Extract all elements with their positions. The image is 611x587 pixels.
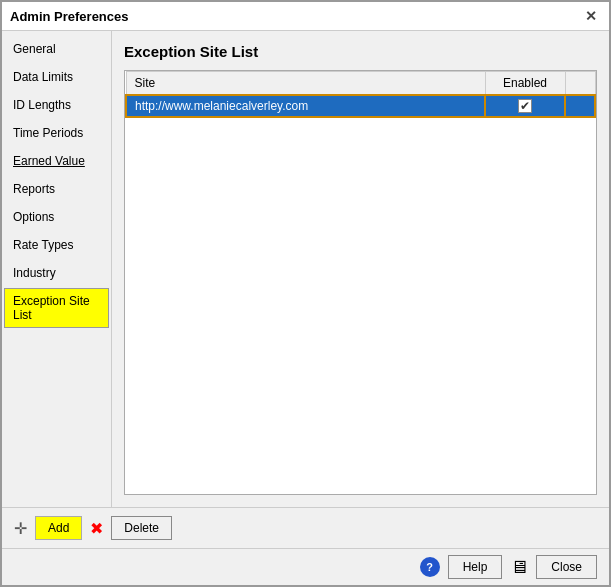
sidebar-item-exception-site-list[interactable]: Exception Site List [4, 288, 109, 328]
panel-title: Exception Site List [124, 43, 597, 60]
window-title: Admin Preferences [10, 9, 129, 24]
add-button[interactable]: Add [35, 516, 82, 540]
column-header-enabled: Enabled [485, 72, 565, 96]
table-cell-site: http://www.melaniecalverley.com [126, 95, 485, 117]
main-panel: Exception Site List Site Enabled http://… [112, 31, 609, 507]
admin-preferences-window: Admin Preferences ✕ GeneralData LimitsID… [0, 0, 611, 587]
sidebar-item-rate-types[interactable]: Rate Types [4, 232, 109, 258]
sidebar-item-time-periods[interactable]: Time Periods [4, 120, 109, 146]
help-icon: ? [420, 557, 440, 577]
close-label: Close [551, 560, 582, 574]
exception-site-table: Site Enabled http://www.melaniecalverley… [125, 71, 596, 118]
title-bar: Admin Preferences ✕ [2, 2, 609, 31]
delete-button[interactable]: Delete [111, 516, 172, 540]
delete-label: Delete [124, 521, 159, 535]
footer-bar: ? Help 🖥 Close [2, 548, 609, 585]
sidebar-item-earned-value[interactable]: Earned Value [4, 148, 109, 174]
enabled-checkbox[interactable]: ✔ [518, 99, 532, 113]
monitor-icon: 🖥 [510, 557, 528, 578]
sidebar-item-data-limits[interactable]: Data Limits [4, 64, 109, 90]
help-label: Help [463, 560, 488, 574]
add-plus-icon: ✛ [14, 519, 27, 538]
content-area: GeneralData LimitsID LengthsTime Periods… [2, 31, 609, 507]
exception-site-table-container: Site Enabled http://www.melaniecalverley… [124, 70, 597, 495]
help-button[interactable]: Help [448, 555, 503, 579]
sidebar-item-id-lengths[interactable]: ID Lengths [4, 92, 109, 118]
sidebar-item-general[interactable]: General [4, 36, 109, 62]
column-header-site: Site [126, 72, 485, 96]
delete-x-icon: ✖ [90, 519, 103, 538]
sidebar-item-options[interactable]: Options [4, 204, 109, 230]
bottom-bar: ✛ Add ✖ Delete [2, 507, 609, 548]
close-button[interactable]: Close [536, 555, 597, 579]
sidebar-item-industry[interactable]: Industry [4, 260, 109, 286]
sidebar: GeneralData LimitsID LengthsTime Periods… [2, 31, 112, 507]
table-cell-extra [565, 95, 595, 117]
table-row[interactable]: http://www.melaniecalverley.com✔ [126, 95, 595, 117]
table-header-row: Site Enabled [126, 72, 595, 96]
window-close-button[interactable]: ✕ [581, 8, 601, 24]
add-label: Add [48, 521, 69, 535]
table-body: http://www.melaniecalverley.com✔ [126, 95, 595, 117]
column-header-extra [565, 72, 595, 96]
sidebar-item-reports[interactable]: Reports [4, 176, 109, 202]
table-cell-enabled[interactable]: ✔ [485, 95, 565, 117]
